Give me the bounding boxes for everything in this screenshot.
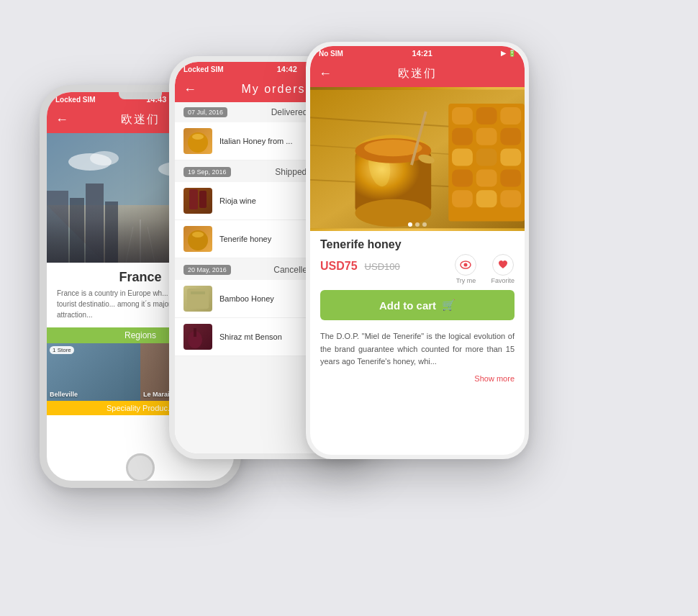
order-date-3: 20 May, 2016 <box>183 265 231 275</box>
price-row: USD75 USD100 <box>320 260 400 273</box>
dot-3 <box>422 222 427 227</box>
store-badge: 1 Store <box>50 346 74 354</box>
dot-2 <box>415 222 420 227</box>
svg-rect-40 <box>452 107 473 124</box>
time-left: 14:43 <box>146 95 166 104</box>
time-middle: 14:42 <box>277 65 297 73</box>
favorite-button[interactable]: Favorite <box>491 254 515 284</box>
svg-rect-43 <box>452 128 473 145</box>
order-item-img-bamboo <box>183 286 212 312</box>
svg-rect-19 <box>199 191 207 208</box>
carrier-middle: Locked SIM <box>183 65 224 73</box>
svg-rect-45 <box>500 128 521 145</box>
order-item-img-wine <box>183 188 212 214</box>
svg-rect-48 <box>500 149 521 166</box>
order-status-1: Delivered <box>271 107 308 117</box>
nav-bar-right: ← 欧迷们 <box>310 60 525 87</box>
carrier-right: No SIM <box>319 50 343 58</box>
order-item-img-honey1 <box>183 128 212 154</box>
carrier-left: Locked SIM <box>55 96 96 104</box>
order-status-2: Shipped <box>275 167 307 177</box>
region-belleville[interactable]: 1 Store Belleville <box>47 343 140 401</box>
nav-title-right: 欧迷们 <box>398 66 437 81</box>
svg-rect-46 <box>452 149 473 166</box>
svg-rect-47 <box>476 149 497 166</box>
svg-rect-41 <box>476 107 497 124</box>
status-icons-right: ▶ 🔋 <box>501 50 516 57</box>
price-original: USD100 <box>365 261 400 272</box>
eye-icon <box>455 254 476 276</box>
svg-rect-42 <box>500 107 521 124</box>
product-name: Tenerife honey <box>320 238 515 251</box>
favorite-label: Favorite <box>491 277 515 284</box>
phone-right-screen: No SIM 14:21 ▶ 🔋 ← 欧迷们 <box>310 46 525 455</box>
phone-right: No SIM 14:21 ▶ 🔋 ← 欧迷们 <box>306 42 529 459</box>
price-actions-row: USD75 USD100 Try me <box>320 254 515 284</box>
svg-rect-50 <box>476 169 497 186</box>
svg-rect-23 <box>191 291 205 294</box>
order-date-2: 19 Sep, 2016 <box>183 167 231 177</box>
dot-indicators <box>408 222 427 227</box>
action-icons: Try me Favorite <box>455 254 515 284</box>
try-me-button[interactable]: Try me <box>455 254 476 284</box>
show-more-link[interactable]: Show more <box>320 374 515 383</box>
order-item-img-honey2 <box>183 226 212 252</box>
order-date-1: 07 Jul, 2016 <box>183 107 227 117</box>
add-to-cart-label: Add to cart <box>379 299 436 312</box>
svg-rect-54 <box>500 190 521 207</box>
svg-rect-49 <box>452 169 473 186</box>
svg-point-56 <box>464 263 468 267</box>
nav-title-middle: My orders <box>241 83 305 96</box>
product-hero <box>310 87 525 231</box>
add-to-cart-button[interactable]: Add to cart 🛒 <box>320 290 515 320</box>
back-arrow-right[interactable]: ← <box>319 66 332 81</box>
product-info: Tenerife honey USD75 USD100 <box>310 231 525 390</box>
svg-rect-52 <box>452 190 473 207</box>
dot-1 <box>408 222 412 227</box>
svg-point-17 <box>192 134 204 140</box>
heart-icon <box>492 254 514 276</box>
nav-title-left: 欧迷们 <box>121 112 160 127</box>
svg-rect-18 <box>189 189 198 209</box>
svg-rect-53 <box>476 190 497 207</box>
home-button-left[interactable] <box>126 453 155 482</box>
time-right: 14:21 <box>412 49 432 58</box>
svg-point-21 <box>192 232 204 237</box>
try-me-label: Try me <box>456 277 476 284</box>
phones-container: Locked SIM 14:43 📶 ← 欧迷们 <box>25 27 673 589</box>
product-description: The D.O.P. "Miel de Tenerife" is the log… <box>320 325 515 374</box>
back-arrow-left[interactable]: ← <box>55 112 68 127</box>
svg-rect-25 <box>194 328 196 337</box>
back-arrow-middle[interactable]: ← <box>183 82 196 97</box>
status-bar-right: No SIM 14:21 ▶ 🔋 <box>310 46 525 60</box>
price-current: USD75 <box>320 260 358 273</box>
svg-point-14 <box>90 151 119 166</box>
svg-rect-51 <box>500 169 521 186</box>
region-name-belleville: Belleville <box>50 391 78 398</box>
cart-icon: 🛒 <box>442 299 455 312</box>
order-item-img-shiraz <box>183 324 212 350</box>
svg-rect-44 <box>476 128 497 145</box>
